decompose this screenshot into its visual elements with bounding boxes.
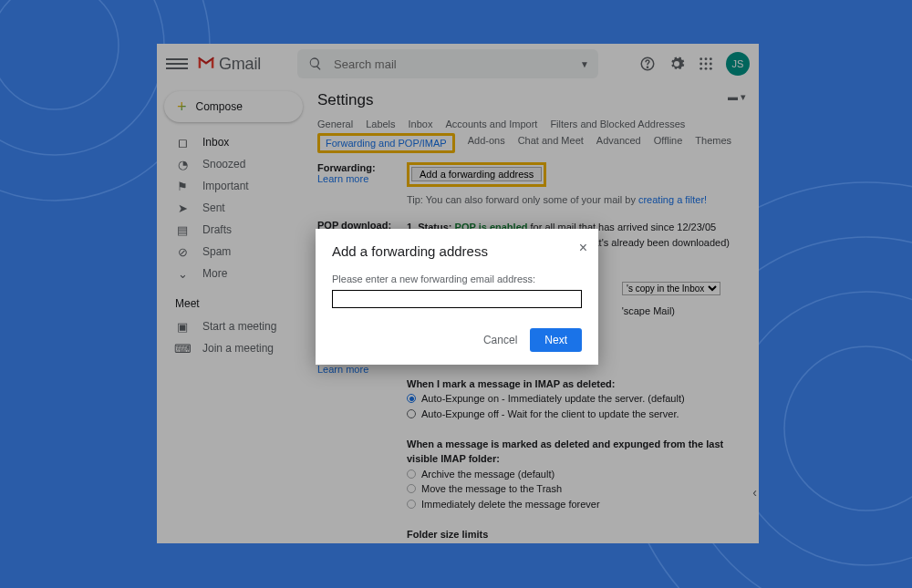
next-button[interactable]: Next (530, 328, 582, 352)
keyboard-icon: ⌨ (175, 341, 190, 356)
deleted-forever-radio[interactable] (407, 500, 416, 509)
deleted-archive-radio[interactable] (407, 469, 416, 479)
svg-point-11 (710, 57, 712, 60)
search-input[interactable] (334, 57, 571, 71)
tab-inbox[interactable]: Inbox (409, 117, 433, 131)
close-icon[interactable]: × (579, 240, 587, 256)
sidebar-item-sent[interactable]: ➤Sent (157, 197, 310, 219)
svg-point-12 (700, 63, 702, 66)
tab-labels[interactable]: Labels (366, 117, 395, 131)
svg-point-16 (705, 67, 708, 70)
svg-point-15 (700, 67, 702, 70)
language-picker[interactable]: ▬ ▾ (728, 91, 746, 103)
pop-action-select[interactable]: 's copy in the Inbox (622, 282, 720, 295)
tab-advanced[interactable]: Advanced (596, 133, 641, 153)
compose-label: Compose (196, 100, 243, 113)
create-filter-link[interactable]: creating a filter! (638, 194, 707, 205)
help-icon[interactable] (638, 55, 657, 73)
cancel-button[interactable]: Cancel (483, 334, 517, 346)
svg-point-3 (784, 346, 912, 511)
svg-point-9 (700, 57, 702, 60)
menu-icon[interactable] (166, 53, 188, 75)
flag-icon: ⚑ (175, 179, 190, 193)
apps-grid-icon[interactable] (697, 55, 715, 73)
sidebar-item-snoozed[interactable]: ◔Snoozed (157, 153, 310, 175)
chevron-left-icon[interactable]: ‹ (752, 485, 757, 500)
modal-title: Add a forwarding address (332, 243, 582, 259)
clock-icon: ◔ (175, 157, 190, 171)
add-forwarding-modal: × Add a forwarding address Please enter … (316, 229, 598, 365)
imap-learn-more[interactable]: Learn more (317, 364, 368, 375)
forwarding-tip: Tip: You can also forward only some of y… (407, 194, 638, 205)
highlight-add-forwarding: Add a forwarding address (407, 162, 546, 187)
expunge-off-radio[interactable] (407, 409, 416, 418)
plus-icon: + (177, 98, 187, 117)
add-forwarding-button[interactable]: Add a forwarding address (411, 167, 542, 181)
svg-point-10 (705, 57, 708, 60)
avatar[interactable]: JS (726, 52, 750, 76)
expunge-on-radio[interactable] (407, 394, 416, 403)
tab-add-ons[interactable]: Add-ons (468, 133, 505, 153)
tab-themes[interactable]: Themes (695, 133, 731, 153)
inbox-icon: ◻ (175, 135, 190, 150)
start-meeting[interactable]: ▣Start a meeting (157, 315, 310, 337)
modal-label: Please enter a new forwarding email addr… (332, 273, 535, 284)
sidebar-item-inbox[interactable]: ◻Inbox (157, 131, 310, 153)
svg-point-13 (705, 63, 708, 66)
sidebar-item-important[interactable]: ⚑Important (157, 175, 310, 197)
spam-icon: ⊘ (175, 244, 190, 259)
svg-point-1 (0, 0, 164, 155)
sidebar-item-more[interactable]: ⌄More (157, 263, 310, 284)
forwarding-label: Forwarding: (317, 162, 376, 173)
page-title: Settings (317, 91, 748, 109)
search-icon (306, 55, 325, 73)
file-icon: ▤ (175, 222, 190, 237)
svg-point-14 (710, 63, 712, 66)
tab-forwarding-and-pop-imap[interactable]: Forwarding and POP/IMAP (317, 133, 455, 153)
svg-point-0 (0, 0, 119, 109)
send-icon: ➤ (175, 201, 190, 215)
gmail-m-icon (197, 54, 215, 75)
tab-filters-and-blocked-addresses[interactable]: Filters and Blocked Addresses (550, 117, 685, 131)
forwarding-email-input[interactable] (332, 290, 582, 308)
sidebar-item-drafts[interactable]: ▤Drafts (157, 219, 310, 241)
tab-general[interactable]: General (317, 117, 353, 131)
video-icon: ▣ (175, 319, 190, 334)
svg-point-17 (710, 67, 712, 70)
more-icon: ⌄ (175, 266, 190, 281)
search-options-caret-icon[interactable]: ▼ (580, 59, 589, 69)
tab-accounts-and-import[interactable]: Accounts and Import (445, 117, 537, 131)
gear-icon[interactable] (668, 55, 686, 73)
sidebar-item-spam[interactable]: ⊘Spam (157, 241, 310, 263)
forwarding-learn-more[interactable]: Learn more (317, 173, 368, 184)
gmail-logo: Gmail (197, 54, 261, 75)
app-name: Gmail (219, 55, 261, 74)
search-bar[interactable]: ▼ (297, 49, 598, 78)
tab-offline[interactable]: Offline (654, 133, 683, 153)
tab-chat-and-meet[interactable]: Chat and Meet (518, 133, 584, 153)
compose-button[interactable]: + Compose (164, 91, 303, 122)
meet-header: Meet (157, 284, 310, 315)
deleted-trash-radio[interactable] (407, 484, 416, 493)
join-meeting[interactable]: ⌨Join a meeting (157, 337, 310, 359)
svg-point-8 (647, 67, 648, 67)
